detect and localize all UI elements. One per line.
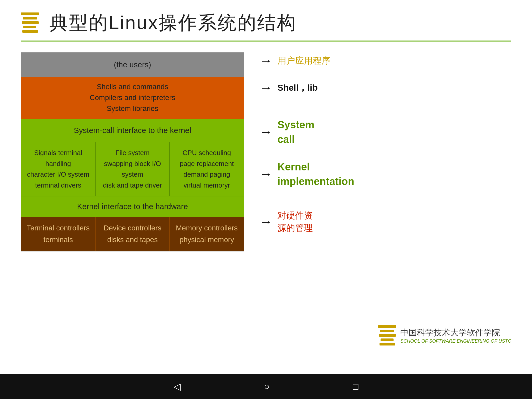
kernel-col-3: CPU scheduling page replacement demand p… [170,142,244,196]
annotation-syscall: → System call [260,117,511,147]
footer-logo-icon [378,325,396,345]
label-shell: Shell，lib [277,82,318,94]
annotation-users: → 用户应用程序 [260,55,511,67]
arrow-shell: → [260,82,272,94]
header-divider [21,41,511,42]
content-area: (the users) Shells and commands Compiler… [0,52,532,251]
label-hw: 对硬件资 源的管理 [277,209,313,234]
layer-syscall: System-call interface to the kernel [21,119,244,142]
arrow-syscall: → [260,126,272,138]
nav-recent-button[interactable]: □ [353,381,358,392]
slide-header: 典型的Linux操作系统的结构 [0,0,532,41]
footer-logo: 中国科学技术大学软件学院 SCHOOL OF SOFTWARE ENGINEER… [378,325,511,345]
slide-title: 典型的Linux操作系统的结构 [49,10,297,35]
arrow-kernel: → [260,168,272,180]
annotation-hw: → 对硬件资 源的管理 [260,209,511,234]
label-users: 用户应用程序 [277,55,330,67]
kernel-col-1: Signals terminal handling character I/O … [21,142,96,196]
annotation-shell: → Shell，lib [260,82,511,94]
annotation-kernel: → Kernel implementation [260,159,511,189]
footer-en-text: SCHOOL OF SOFTWARE ENGINEERING OF USTC [400,338,511,344]
ctrl-col-terminal: Terminal controllers terminals [21,217,96,251]
layer-kernel: Signals terminal handling character I/O … [21,142,244,196]
annotations-panel: → 用户应用程序 → Shell，lib → System call → Ker… [260,52,511,234]
nav-bar: ◁ ○ □ [0,374,532,399]
kernel-col-2: File system swapping block I/O system di… [96,142,170,196]
footer-logo-text: 中国科学技术大学软件学院 SCHOOL OF SOFTWARE ENGINEER… [400,327,511,344]
footer-cn-text: 中国科学技术大学软件学院 [400,327,511,338]
layer-hw-interface: Kernel interface to the hardware [21,196,244,217]
arrow-users: → [260,55,272,67]
arrow-hw: → [260,216,272,228]
os-diagram: (the users) Shells and commands Compiler… [21,52,244,251]
layer-orange: Shells and commands Compilers and interp… [21,77,244,119]
nav-back-button[interactable]: ◁ [174,381,181,392]
ctrl-col-memory: Memory controllers physical memory [170,217,244,251]
ctrl-col-device: Device controllers disks and tapes [96,217,170,251]
label-syscall: System call [277,117,314,147]
nav-home-button[interactable]: ○ [264,381,270,392]
layer-users: (the users) [21,52,244,77]
header-logo-icon [21,12,42,33]
layer-controllers: Terminal controllers terminals Device co… [21,217,244,251]
label-kernel: Kernel implementation [277,159,354,189]
